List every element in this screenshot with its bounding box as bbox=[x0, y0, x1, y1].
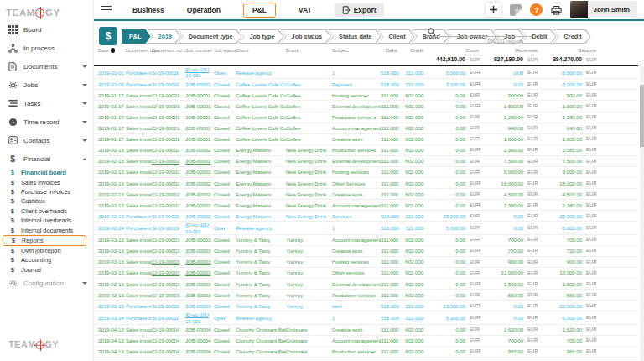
sidebar-item-purchase-invoices[interactable]: $ Purchase invoices bbox=[0, 187, 93, 196]
col-header-date[interactable]: Date bbox=[98, 46, 126, 55]
document-number-link[interactable]: CI-19-00002 bbox=[152, 169, 185, 175]
table-row[interactable]: 2019-02-13 Sales invoice CI-19-00002 JOB… bbox=[94, 189, 638, 200]
job-number-link[interactable]: JOB-00002 bbox=[185, 180, 214, 186]
nav-tab-operation[interactable]: Operation bbox=[187, 6, 221, 14]
job-number-link[interactable]: JOB-00002 bbox=[185, 191, 214, 197]
nav-tab-vat[interactable]: VAT bbox=[299, 6, 312, 14]
document-number-link[interactable]: CI-19-00004 bbox=[152, 348, 185, 354]
table-row[interactable]: 2019-04-13 Sales invoice CI-19-00004 JOB… bbox=[94, 325, 638, 336]
financial-module-icon[interactable]: $ bbox=[99, 27, 117, 45]
table-row[interactable]: 2019-01-17 Sales invoice CI-19-00001 JOB… bbox=[94, 90, 638, 101]
col-header-costs[interactable]: Costs bbox=[426, 46, 481, 55]
col-header-debit[interactable]: Debit bbox=[381, 46, 400, 55]
document-number-link[interactable]: CI-19-00003 bbox=[152, 237, 185, 243]
filter-crumb[interactable]: Document type bbox=[178, 29, 242, 44]
notes-icon[interactable] bbox=[510, 4, 522, 16]
document-number-link[interactable]: CI-19-00002 bbox=[152, 158, 185, 164]
sidebar-item-board[interactable]: Board bbox=[0, 20, 93, 39]
sidebar-item-cashbox[interactable]: $ Cashbox bbox=[0, 196, 93, 206]
table-row[interactable]: 2019-01-17 Sales invoice CI-19-00001 JOB… bbox=[94, 101, 638, 112]
table-row[interactable]: 2019-01-09 Purchase invo... SI-19-00001 … bbox=[94, 79, 638, 90]
job-number-link[interactable]: JOB-00001 bbox=[185, 125, 214, 131]
col-header-document-type[interactable]: Document type bbox=[126, 46, 152, 55]
filter-crumb[interactable]: Job status bbox=[281, 29, 332, 44]
table-row[interactable]: 2019-04-13 Sales invoice CI-19-00004 JOB… bbox=[94, 358, 638, 361]
nav-tab-pnl[interactable]: P&L bbox=[243, 3, 276, 18]
document-number-link[interactable]: CI-19-00002 bbox=[152, 202, 185, 208]
table-row[interactable]: 2019-01-01 Purchase invo... SI-19-00016 … bbox=[94, 66, 638, 79]
job-number-link[interactable]: JOB-00003 bbox=[185, 269, 214, 275]
add-button[interactable] bbox=[486, 3, 501, 17]
table-row[interactable]: 2019-03-13 Sales invoice CI-19-00003 JOB… bbox=[94, 279, 638, 290]
document-number-link[interactable]: CI-19-00002 bbox=[152, 147, 185, 153]
table-row[interactable]: 2019-02-13 Sales invoice CI-19-00002 JOB… bbox=[94, 156, 638, 167]
job-number-link[interactable]: JOB-00001 bbox=[185, 81, 214, 87]
job-number-link[interactable]: JOB-00004 bbox=[185, 327, 214, 332]
table-row[interactable]: 2019-03-13 Sales invoice CI-19-00003 JOB… bbox=[94, 257, 638, 268]
col-header-document-number[interactable]: Document nu... bbox=[152, 46, 185, 55]
table-row[interactable]: 2019-03-13 Purchase invo... SI-19-00003 … bbox=[94, 301, 638, 311]
table-row[interactable]: 2019-03-24 Purchase invo... SI-19-00020 … bbox=[94, 311, 638, 324]
sidebar-item-jobs[interactable]: Jobs bbox=[0, 76, 93, 94]
document-number-link[interactable]: CI-19-00003 bbox=[152, 292, 185, 298]
job-number-link[interactable]: ID-slc-10U19-001 bbox=[185, 66, 214, 78]
vertical-scrollbar[interactable] bbox=[640, 66, 644, 361]
job-number-link[interactable]: JOB-00003 bbox=[185, 281, 214, 287]
job-number-link[interactable]: JOB-00002 bbox=[185, 213, 214, 219]
col-header-credit[interactable]: Credit bbox=[400, 46, 426, 55]
job-number-link[interactable]: JOB-00001 bbox=[185, 136, 214, 142]
sidebar-item-documents[interactable]: Documents bbox=[0, 57, 93, 76]
col-header-revenues[interactable]: Revenues bbox=[481, 46, 540, 55]
sidebar-item-client-overheads[interactable]: $ Client overheads bbox=[0, 207, 93, 216]
col-header-brand[interactable]: Brand bbox=[286, 46, 332, 55]
sidebar-item-own-job-report[interactable]: $ Own job report bbox=[0, 246, 93, 255]
document-number-link[interactable]: CI-19-00001 bbox=[152, 125, 185, 131]
table-row[interactable]: 2019-02-13 Sales invoice CI-19-00002 JOB… bbox=[94, 145, 638, 156]
table-row[interactable]: 2019-04-13 Sales invoice CI-19-00004 JOB… bbox=[94, 347, 638, 358]
document-number-link[interactable]: SI-19-00019 bbox=[152, 225, 185, 231]
col-header-job-status[interactable]: Job status bbox=[214, 46, 236, 55]
table-row[interactable]: 2019-01-17 Sales invoice CI-19-00001 JOB… bbox=[94, 134, 638, 145]
sidebar-item-sales-invoices[interactable]: $ Sales invoices bbox=[0, 177, 93, 186]
sidebar-item-reports[interactable]: $ Reports bbox=[3, 235, 86, 246]
sidebar-item-internal-overheads[interactable]: $ Internal overheads bbox=[0, 216, 93, 225]
document-number-link[interactable]: CI-19-00002 bbox=[152, 191, 185, 197]
job-number-link[interactable]: JOB-00003 bbox=[185, 259, 214, 264]
document-number-link[interactable]: SI-19-00020 bbox=[152, 315, 185, 321]
print-button[interactable] bbox=[551, 5, 562, 15]
table-row[interactable]: 2019-04-13 Sales invoice CI-19-00004 JOB… bbox=[94, 336, 638, 347]
hamburger-menu-icon[interactable] bbox=[101, 6, 112, 14]
sidebar-item-financial[interactable]: $ Financial bbox=[0, 149, 93, 168]
table-row[interactable]: 2019-02-13 Sales invoice CI-19-00002 JOB… bbox=[94, 200, 638, 211]
document-number-link[interactable]: CI-19-00003 bbox=[152, 259, 185, 264]
table-row[interactable]: 2019-02-13 Sales invoice CI-19-00002 JOB… bbox=[94, 167, 638, 178]
job-number-link[interactable]: JOB-00003 bbox=[185, 237, 214, 243]
sidebar-item-accounting[interactable]: $ Accounting bbox=[0, 255, 93, 264]
document-number-link[interactable]: CI-19-00003 bbox=[152, 281, 185, 287]
col-header-job-number[interactable]: Job number bbox=[185, 46, 214, 55]
document-number-link[interactable]: SI-19-00001 bbox=[152, 81, 185, 87]
sidebar-item-in-process[interactable]: In process bbox=[0, 39, 93, 57]
col-header-client[interactable]: Client bbox=[236, 46, 286, 55]
document-number-link[interactable]: CI-19-00001 bbox=[152, 103, 185, 109]
filter-crumb[interactable]: 2019 bbox=[148, 29, 181, 44]
table-row[interactable]: 2019-03-13 Sales invoice CI-19-00003 JOB… bbox=[94, 268, 638, 279]
sidebar-item-financial-board[interactable]: $ Financial board bbox=[0, 168, 93, 177]
job-number-link[interactable]: JOB-00004 bbox=[185, 337, 214, 343]
nav-tab-business[interactable]: Business bbox=[132, 6, 164, 14]
job-number-link[interactable]: JOB-00004 bbox=[185, 348, 214, 354]
filter-crumb[interactable]: Status date bbox=[328, 29, 381, 44]
document-number-link[interactable]: CI-19-00003 bbox=[152, 248, 185, 254]
table-row[interactable]: 2019-02-24 Purchase invo... SI-19-00019 … bbox=[94, 222, 638, 234]
job-number-link[interactable]: JOB-00003 bbox=[185, 248, 214, 254]
table-row[interactable]: 2019-01-17 Sales invoice CI-19-00001 JOB… bbox=[94, 123, 638, 134]
document-number-link[interactable]: CI-19-00004 bbox=[152, 337, 185, 343]
document-number-link[interactable]: CI-19-00001 bbox=[152, 136, 185, 142]
table-row[interactable]: 2019-01-17 Sales invoice CI-19-00001 JOB… bbox=[94, 112, 638, 123]
sidebar-item-contacts[interactable]: Contacts bbox=[0, 131, 93, 149]
document-number-link[interactable]: SI-19-00003 bbox=[152, 303, 185, 309]
job-number-link[interactable]: JOB-00002 bbox=[185, 158, 214, 164]
table-row[interactable]: 2019-03-13 Sales invoice CI-19-00003 JOB… bbox=[94, 246, 638, 257]
job-number-link[interactable]: JOB-00002 bbox=[185, 202, 214, 208]
job-number-link[interactable]: JOB-00002 bbox=[185, 169, 214, 175]
